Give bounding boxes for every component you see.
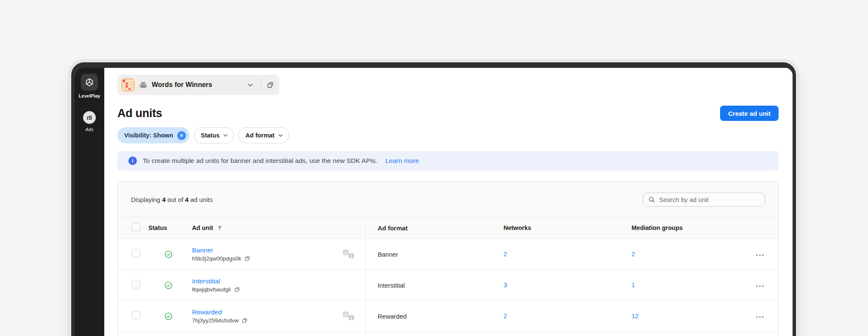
status-active-icon <box>164 250 192 258</box>
sidebar-item-label: LevelPlay <box>79 93 100 98</box>
row-checkbox[interactable] <box>132 311 140 319</box>
page-title: Ad units <box>117 107 162 120</box>
learn-more-link[interactable]: Learn more <box>385 157 419 165</box>
copy-id-icon[interactable] <box>234 286 240 293</box>
shown-count: 4 <box>162 196 165 203</box>
ad-unit-name-link[interactable]: Rewarded <box>192 308 365 316</box>
visibility-filter-label: Visibility: Shown <box>124 132 173 139</box>
networks-count-link[interactable]: 2 <box>504 312 507 319</box>
search-input[interactable] <box>659 196 760 203</box>
ad-unit-id: 7hj3yy2594sfsdvw <box>192 317 239 324</box>
chevron-down-icon <box>278 132 284 138</box>
desktop-background: LevelPlay iS Ads <box>0 0 868 336</box>
selector-divider <box>261 79 262 91</box>
info-icon: i <box>128 157 137 165</box>
app-selector-dropdown[interactable]: Words for Winners <box>117 75 279 95</box>
ab-test-icon: A B <box>343 312 354 321</box>
sidebar-item-ads-label: Ads <box>86 127 94 132</box>
remove-filter-icon[interactable]: ✕ <box>177 131 186 140</box>
table-body: Banner h5b3j2qw00pdgs0k A B Banner 2 2 <box>118 239 778 332</box>
table-row: Interstitial lfqwjqbvfseufgli A B Inters… <box>118 270 778 301</box>
ad-format-filter-label: Ad format <box>245 132 274 139</box>
mediation-groups-count-link[interactable]: 1 <box>632 281 635 288</box>
ad-unit-id: h5b3j2qw00pdgs0k <box>192 255 241 262</box>
search-icon <box>648 196 655 203</box>
chevron-down-icon <box>247 82 253 88</box>
column-header-status[interactable]: Status <box>148 224 192 231</box>
ad-format-value: Interstitial <box>366 282 503 289</box>
sidebar-item-ads[interactable]: iS <box>83 111 96 124</box>
card-header: Displaying 4 out of 4 ad units <box>118 182 778 217</box>
ad-format-filter-chip[interactable]: Ad format <box>238 127 289 143</box>
row-checkbox[interactable] <box>132 249 140 258</box>
mediation-groups-count-link[interactable]: 2 <box>632 250 635 258</box>
main-content: Words for Winners Ad units C <box>104 68 793 336</box>
copy-id-icon[interactable] <box>242 317 248 324</box>
status-filter-label: Status <box>201 132 220 139</box>
ad-unit-id: lfqwjqbvfseufgli <box>192 286 231 293</box>
column-header-networks[interactable]: Networks <box>503 224 631 231</box>
results-summary: Displaying 4 out of 4 ad units <box>131 196 213 203</box>
status-active-icon <box>164 312 192 320</box>
status-active-icon <box>164 281 192 289</box>
copy-app-icon[interactable] <box>267 81 274 89</box>
chevron-down-icon <box>223 132 228 138</box>
ad-format-value: Banner <box>366 251 503 258</box>
column-header-ad-unit[interactable]: Ad unit <box>192 217 366 238</box>
app-window: LevelPlay iS Ads <box>71 62 796 336</box>
column-header-mediation-groups[interactable]: Mediation groups <box>631 224 753 231</box>
filter-bar: Visibility: Shown ✕ Status Ad format <box>117 127 779 143</box>
select-all-checkbox[interactable] <box>132 223 140 232</box>
ironsource-logo-icon: iS <box>87 115 92 121</box>
search-box[interactable] <box>643 193 765 207</box>
partial-table-row <box>118 332 778 336</box>
info-banner: i To create multiple ad units for banner… <box>117 151 779 171</box>
sidebar-item-levelplay[interactable] <box>81 74 98 91</box>
row-checkbox[interactable] <box>132 280 140 288</box>
visibility-filter-chip[interactable]: Visibility: Shown ✕ <box>117 127 189 143</box>
row-actions-menu[interactable] <box>754 314 765 321</box>
create-ad-unit-button[interactable]: Create ad unit <box>720 106 779 121</box>
android-icon <box>139 81 147 89</box>
column-header-ad-format[interactable]: Ad format <box>366 224 503 232</box>
table-row: Banner h5b3j2qw00pdgs0k A B Banner 2 2 <box>118 239 778 270</box>
table-header-row: Status Ad unit Ad format Networks Mediat… <box>118 217 778 239</box>
copy-id-icon[interactable] <box>244 255 250 262</box>
sidebar: LevelPlay iS Ads <box>75 68 104 336</box>
selected-app-name: Words for Winners <box>152 81 243 89</box>
row-actions-menu[interactable] <box>754 283 765 290</box>
ad-unit-name-link[interactable]: Interstitial <box>192 277 365 285</box>
info-banner-text: To create multiple ad units for banner a… <box>143 157 377 165</box>
ad-units-card: Displaying 4 out of 4 ad units <box>117 182 779 336</box>
row-actions-menu[interactable] <box>754 252 765 259</box>
app-icon <box>121 78 135 92</box>
unity-logo-icon <box>85 78 94 87</box>
mediation-groups-count-link[interactable]: 12 <box>632 312 639 319</box>
networks-count-link[interactable]: 2 <box>504 250 507 258</box>
networks-count-link[interactable]: 3 <box>504 281 507 288</box>
total-count: 4 <box>185 196 189 203</box>
table-row: Rewarded 7hj3yy2594sfsdvw A B Rewarded 2… <box>118 301 778 332</box>
status-filter-chip[interactable]: Status <box>194 127 234 143</box>
sort-ascending-icon[interactable] <box>217 224 223 231</box>
ab-test-icon: A B <box>343 250 354 259</box>
ad-unit-name-link[interactable]: Banner <box>192 246 365 254</box>
ad-format-value: Rewarded <box>366 313 503 320</box>
